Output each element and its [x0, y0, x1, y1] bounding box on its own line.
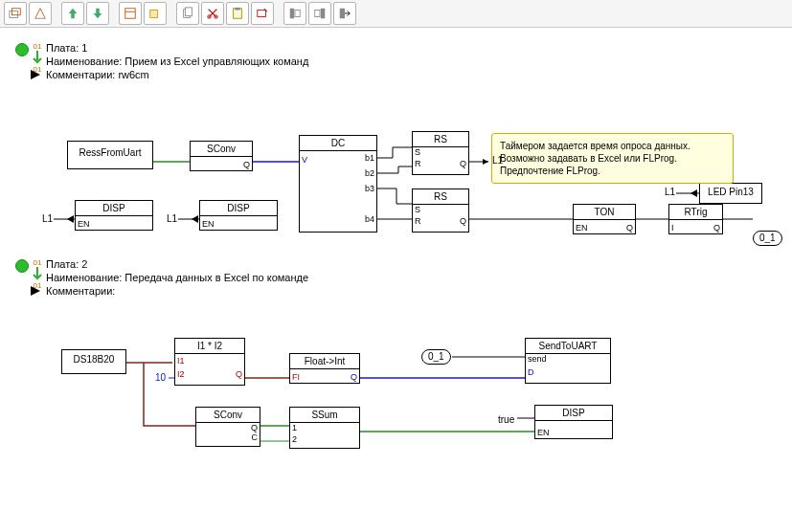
board1-name: Наименование: Прием из Excel управляющих…: [46, 55, 308, 68]
const-true: true: [498, 414, 514, 425]
toolbar-btn-exit[interactable]: [333, 2, 356, 25]
board1-plate: Плата: 1: [46, 41, 308, 55]
toolbar-btn-copy[interactable]: [176, 2, 199, 25]
block-rs-2[interactable]: RS S R Q: [412, 188, 469, 233]
block-sconv-1[interactable]: SConv Q: [190, 141, 253, 171]
svg-rect-11: [235, 8, 239, 11]
pill-0-1-a: 0_1: [753, 231, 782, 246]
board2-header: 01 01 Плата: 2 Наименование: Передача да…: [15, 257, 308, 298]
board2-wires: [0, 315, 792, 525]
svg-rect-12: [258, 11, 266, 17]
board1-header: 01 01 Плата: 1 Наименование: Прием из Ex…: [15, 41, 308, 81]
block-ssum[interactable]: SSum 1 2: [289, 407, 360, 449]
toolbar-btn-align-r[interactable]: [308, 2, 331, 25]
svg-rect-15: [321, 9, 325, 19]
toolbar-btn-paste[interactable]: [226, 2, 249, 25]
block-mult[interactable]: I1 * I2 I1 I2 Q: [174, 338, 245, 386]
toolbar-btn-delete[interactable]: [251, 2, 274, 25]
board2-comments: Комментарии:: [46, 284, 308, 298]
svg-rect-13: [290, 9, 294, 19]
toolbar-btn-props[interactable]: [119, 2, 142, 25]
board2-plate: Плата: 2: [46, 257, 308, 271]
toolbar-btn-layer[interactable]: [144, 2, 167, 25]
block-disp-3[interactable]: DISP EN: [534, 405, 613, 439]
tag-l1-led: L1: [665, 187, 675, 197]
block-floatint[interactable]: Float->Int FI Q: [289, 353, 360, 384]
canvas[interactable]: 01 01 Плата: 1 Наименование: Прием из Ex…: [0, 28, 792, 532]
arrow-l1-led: [690, 189, 697, 197]
const-10: 10: [155, 372, 166, 383]
toolbar: [0, 0, 792, 28]
svg-rect-17: [340, 9, 345, 19]
board1-status-dot: [15, 43, 29, 56]
toolbar-btn-cut[interactable]: [201, 2, 224, 25]
arrow-l1-disp1: [67, 215, 74, 223]
toolbar-btn-1[interactable]: [29, 2, 52, 25]
svg-rect-3: [125, 9, 136, 19]
pill-0-1-b: 0_1: [421, 349, 451, 365]
block-disp-2[interactable]: DISP EN: [199, 200, 278, 231]
svg-rect-0: [10, 11, 18, 17]
block-rs-1[interactable]: RS S R Q: [412, 131, 469, 175]
arrow-l1-disp2: [192, 215, 198, 223]
tag-l1-disp2: L1: [167, 213, 177, 224]
tag-l1-out: L1: [492, 155, 503, 166]
board1-comments: Комментарии: rw6cm: [46, 68, 308, 81]
block-disp-1[interactable]: DISP EN: [75, 200, 153, 231]
block-dc[interactable]: DC V b1 b2 b3 b4: [299, 135, 377, 233]
block-ressfromuart[interactable]: RessFromUart: [67, 141, 153, 169]
block-rtrig[interactable]: RTrig I Q: [668, 204, 723, 234]
block-sendtouart[interactable]: SendToUART send D: [525, 338, 611, 384]
block-sconv-2[interactable]: SConv Q C: [195, 407, 260, 447]
board2-name: Наименование: Передача данных в Excel по…: [46, 271, 308, 284]
svg-rect-1: [12, 9, 21, 15]
board1-play-icon: [31, 70, 40, 81]
svg-rect-16: [315, 11, 320, 17]
block-ton[interactable]: TON EN Q: [573, 204, 636, 234]
toolbar-btn-0[interactable]: [4, 2, 27, 25]
block-led[interactable]: LED Pin13: [699, 183, 762, 204]
toolbar-btn-align-l[interactable]: [283, 2, 306, 25]
svg-rect-5: [150, 11, 158, 18]
board1-note: Таймером задается время опроса данных. В…: [491, 133, 734, 184]
svg-rect-7: [185, 8, 192, 16]
toolbar-btn-down[interactable]: [86, 2, 109, 25]
toolbar-btn-up[interactable]: [61, 2, 84, 25]
svg-rect-14: [295, 11, 300, 17]
block-ds18b20[interactable]: DS18B20: [61, 349, 126, 374]
tag-l1-disp1: L1: [42, 213, 53, 224]
board2-status-dot: [15, 259, 29, 273]
board2-play-icon: [31, 286, 40, 298]
